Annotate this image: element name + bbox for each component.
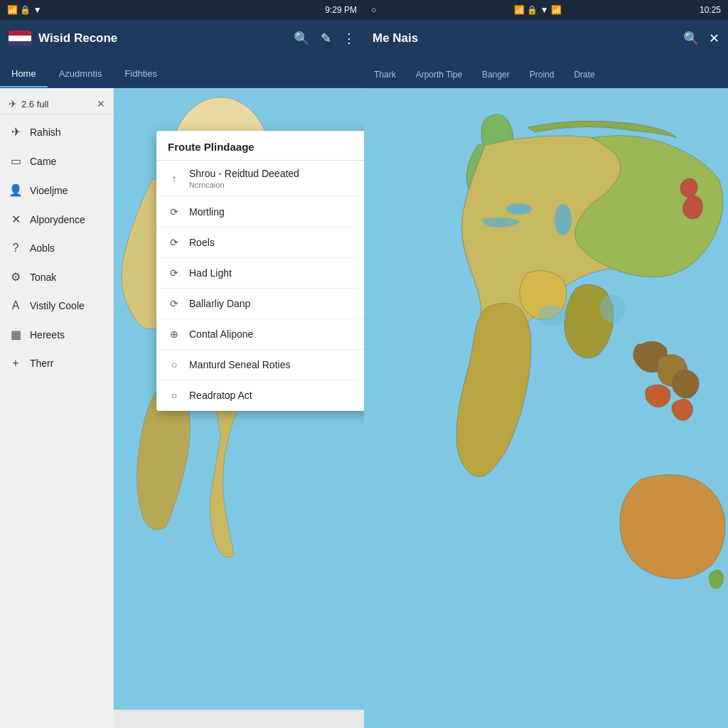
dropdown-menu: Froute Plindaage ↑ Shrou - Reidtud Deeat… bbox=[156, 131, 364, 411]
dropdown-item-4[interactable]: ⟳ Ballarliy Danp bbox=[156, 289, 364, 319]
dropdown-icon-3: ⟳ bbox=[168, 267, 181, 279]
right-app-title: Me Nais bbox=[373, 31, 676, 46]
sidebar-item-label-vioeljme: Vioeljme bbox=[30, 185, 68, 196]
sidebar-item-label-vistily: Vistily Coole bbox=[30, 300, 85, 311]
map-area: Froute Plindaage ↑ Shrou - Reidtud Deeat… bbox=[114, 88, 364, 728]
sidebar-item-label-rahish: Rahish bbox=[30, 127, 61, 138]
dropdown-text-4: Ballarliy Danp bbox=[189, 298, 364, 309]
sidebar-item-tonak[interactable]: ⚙ Tonak bbox=[0, 262, 114, 291]
dropdown-icon-4: ⟳ bbox=[168, 298, 181, 309]
hereets-icon: ▦ bbox=[9, 328, 23, 341]
svg-rect-3 bbox=[114, 710, 364, 728]
sidebar-item-therr[interactable]: + Therr bbox=[0, 349, 114, 378]
tab-azudmntis[interactable]: Azudmntis bbox=[48, 61, 114, 87]
tonak-icon: ⚙ bbox=[9, 270, 23, 284]
right-map-svg bbox=[364, 88, 728, 728]
dropdown-icon-7: ○ bbox=[168, 390, 181, 401]
dropdown-item-had-light[interactable]: ⟳ Had Light bbox=[156, 258, 364, 289]
right-tab-thark[interactable]: Thark bbox=[364, 63, 406, 88]
sidebar-version: ✈ 2.6 full ✕ bbox=[0, 94, 114, 114]
right-status-bar: ○ 📶 🔒 ▼ 📶 10:25 bbox=[364, 0, 728, 20]
app-title: Wisid Recone bbox=[38, 31, 287, 46]
dropdown-text-5: Contal Alipone bbox=[189, 328, 361, 340]
dropdown-item-0[interactable]: ↑ Shrou - Reidtud Deeated Ncrncaion › bbox=[156, 161, 364, 197]
left-panel: 📶 🔒 ▼ 9:29 PM Wisid Recone 🔍 ✎ ⋮ Home Az… bbox=[0, 0, 364, 728]
left-app-header: Wisid Recone 🔍 ✎ ⋮ bbox=[0, 20, 364, 57]
dropdown-text-2: Roels bbox=[189, 237, 364, 248]
dropdown-text-6: Manturd Seneal Roties bbox=[189, 359, 364, 370]
dropdown-text-0: Shrou - Reidtud Deeated Ncrncaion bbox=[189, 168, 361, 189]
right-status-icons: 📶 🔒 ▼ 📶 bbox=[514, 5, 562, 15]
right-tab-banger[interactable]: Banger bbox=[472, 63, 520, 88]
sidebar-item-label-came: Came bbox=[30, 156, 56, 167]
map-background: Froute Plindaage ↑ Shrou - Reidtud Deeat… bbox=[114, 88, 364, 728]
sidebar-item-label-therr: Therr bbox=[30, 358, 53, 369]
sidebar-item-label-aobls: Aobls bbox=[30, 242, 55, 254]
dropdown-text-1: Mortling bbox=[189, 206, 361, 218]
dropdown-item-7[interactable]: ○ Readratop Act › bbox=[156, 380, 364, 411]
sidebar-item-label-alporydence: Alporydence bbox=[30, 214, 85, 225]
tab-bar: Home Azudmntis Fidhties bbox=[0, 57, 364, 88]
alporydence-icon: ✕ bbox=[9, 213, 23, 226]
right-map bbox=[364, 88, 728, 728]
right-panel: ○ 📶 🔒 ▼ 📶 10:25 Me Nais 🔍 ✕ Thark Arport… bbox=[364, 0, 728, 728]
right-header-icons: 🔍 ✕ bbox=[683, 31, 719, 46]
aobls-icon: ? bbox=[9, 242, 23, 255]
sidebar-item-rahish[interactable]: ✈ Rahish bbox=[0, 117, 114, 146]
edit-icon[interactable]: ✎ bbox=[321, 31, 331, 46]
dropdown-title: Froute Plindaage bbox=[156, 131, 364, 161]
dropdown-text-7: Readratop Act bbox=[189, 390, 361, 401]
left-status-icons: 📶 🔒 ▼ bbox=[7, 5, 42, 15]
svg-point-5 bbox=[555, 204, 572, 235]
sidebar-item-came[interactable]: ▭ Came bbox=[0, 146, 114, 176]
sidebar-item-vistily-coole[interactable]: A Vistily Coole bbox=[0, 291, 114, 320]
vioeljme-icon: 👤 bbox=[9, 183, 23, 197]
more-icon[interactable]: ⋮ bbox=[343, 31, 355, 46]
sidebar-item-aobls[interactable]: ? Aobls bbox=[0, 234, 114, 262]
close-icon[interactable]: ✕ bbox=[97, 98, 105, 109]
right-tab-arporth[interactable]: Arporth Tipe bbox=[406, 63, 472, 88]
svg-point-7 bbox=[538, 305, 567, 326]
right-app-header: Me Nais 🔍 ✕ bbox=[364, 20, 728, 57]
vistily-icon: A bbox=[9, 299, 23, 312]
rahish-icon: ✈ bbox=[9, 125, 23, 139]
right-status-left: ○ bbox=[371, 5, 376, 15]
therr-icon: + bbox=[9, 357, 23, 370]
left-status-bar: 📶 🔒 ▼ 9:29 PM bbox=[0, 0, 364, 20]
flag-icon bbox=[9, 31, 31, 46]
version-icon: ✈ bbox=[9, 98, 17, 109]
dropdown-item-2[interactable]: ⟳ Roels bbox=[156, 228, 364, 258]
came-icon: ▭ bbox=[9, 154, 23, 168]
right-tab-proind[interactable]: Proind bbox=[520, 63, 564, 88]
dropdown-icon-2: ⟳ bbox=[168, 237, 181, 248]
svg-point-8 bbox=[600, 294, 626, 323]
right-close-icon[interactable]: ✕ bbox=[709, 31, 719, 46]
right-map-background bbox=[364, 88, 728, 728]
sidebar-item-label-hereets: Hereets bbox=[30, 329, 65, 341]
search-icon[interactable]: 🔍 bbox=[294, 31, 309, 46]
sidebar-item-alporydence[interactable]: ✕ Alporydence bbox=[0, 205, 114, 234]
dropdown-text-had-light: Had Light bbox=[189, 267, 364, 279]
tab-home[interactable]: Home bbox=[0, 61, 48, 87]
left-time: 9:29 PM bbox=[325, 5, 357, 15]
header-icons: 🔍 ✎ ⋮ bbox=[294, 31, 355, 46]
right-search-icon[interactable]: 🔍 bbox=[683, 31, 699, 46]
dropdown-icon-0: ↑ bbox=[168, 173, 181, 184]
dropdown-item-5[interactable]: ⊕ Contal Alipone › bbox=[156, 319, 364, 350]
dropdown-item-1[interactable]: ⟳ Mortling › bbox=[156, 197, 364, 228]
right-tab-drate[interactable]: Drate bbox=[564, 63, 604, 88]
main-content: ✈ 2.6 full ✕ ✈ Rahish ▭ Came 👤 Vioeljme … bbox=[0, 88, 364, 728]
sidebar-item-vioeljme[interactable]: 👤 Vioeljme bbox=[0, 176, 114, 205]
dropdown-icon-6: ○ bbox=[168, 359, 181, 370]
tab-fidhties[interactable]: Fidhties bbox=[113, 61, 168, 87]
svg-point-6 bbox=[506, 203, 532, 215]
sidebar: ✈ 2.6 full ✕ ✈ Rahish ▭ Came 👤 Vioeljme … bbox=[0, 88, 114, 728]
dropdown-icon-5: ⊕ bbox=[168, 328, 181, 340]
sidebar-item-label-tonak: Tonak bbox=[30, 272, 56, 283]
sidebar-item-hereets[interactable]: ▦ Hereets bbox=[0, 320, 114, 349]
version-label: 2.6 full bbox=[21, 99, 48, 109]
right-tab-bar: Thark Arporth Tipe Banger Proind Drate bbox=[364, 57, 728, 88]
right-time: 10:25 bbox=[700, 5, 721, 15]
dropdown-item-6[interactable]: ○ Manturd Seneal Roties bbox=[156, 350, 364, 380]
dropdown-icon-1: ⟳ bbox=[168, 206, 181, 218]
